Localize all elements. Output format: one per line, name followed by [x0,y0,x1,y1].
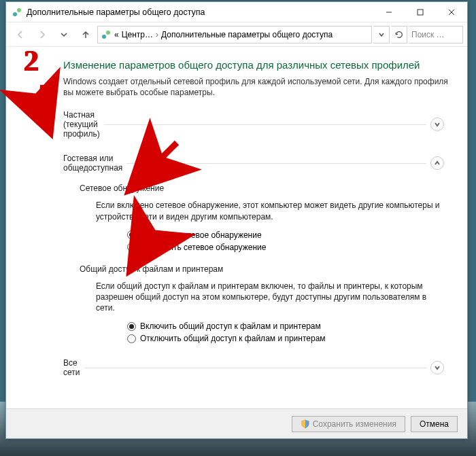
cancel-button-label: Отмена [420,419,449,429]
shield-icon [301,419,310,429]
svg-point-1 [17,8,21,12]
radio-fileshare-off[interactable]: Отключить общий доступ к файлам и принте… [127,332,448,345]
close-button[interactable] [436,2,467,22]
radio-fileshare-off-label: Отключить общий доступ к файлам и принте… [140,334,326,343]
page-heading: Изменение параметров общего доступа для … [63,59,448,71]
section-private[interactable]: Частная (текущий профиль) [63,107,444,141]
svg-point-4 [106,31,110,35]
page-subtext: Windows создает отдельный сетевой профил… [63,76,448,98]
svg-rect-2 [418,10,423,15]
radio-fileshare-on-label: Включить общий доступ к файлам и принтер… [140,321,321,331]
breadcrumb-1[interactable]: Центр… [122,30,153,39]
subsection-fileshare-title: Общий доступ к файлам и принтерам [80,253,448,274]
search-input[interactable]: Поиск … [409,26,463,43]
radio-discovery-off[interactable]: Отключить сетевое обнаружение [127,241,448,253]
svg-point-0 [13,12,17,16]
radio-icon [127,322,136,331]
radio-discovery-on[interactable]: Включить сетевое обнаружение [127,229,448,241]
address-bar[interactable]: « Центр… › Дополнительные параметры обще… [97,26,372,43]
maximize-button[interactable] [405,2,436,22]
control-panel-window: Дополнительные параметры общего доступа … [5,1,468,439]
network-icon [101,29,112,40]
nav-row: « Центр… › Дополнительные параметры обще… [6,22,467,47]
subsection-discovery-title: Сетевое обнаружение [80,175,448,193]
radio-icon [127,230,136,239]
window-title: Дополнительные параметры общего доступа [27,7,373,17]
address-dropdown[interactable] [373,26,390,43]
forward-button[interactable] [32,25,52,44]
titlebar: Дополнительные параметры общего доступа [6,2,467,22]
chevron-down-icon[interactable] [430,118,444,131]
subsection-discovery-desc: Если включено сетевое обнаружение, этот … [96,200,441,222]
radio-discovery-off-label: Отключить сетевое обнаружение [140,243,266,252]
network-icon [12,7,22,18]
chevron-down-icon[interactable] [430,361,444,374]
cancel-button[interactable]: Отмена [411,416,458,432]
chevron-left-icon: « [114,30,119,39]
radio-discovery-on-label: Включить сетевое обнаружение [140,230,262,240]
save-button[interactable]: Сохранить изменения [292,416,405,432]
radio-icon [127,334,136,343]
section-guest-label: Гостевая или общедоступная [63,154,122,173]
radio-fileshare-on[interactable]: Включить общий доступ к файлам и принтер… [127,320,448,332]
up-button[interactable] [75,25,96,44]
recent-button[interactable] [54,25,74,44]
chevron-right-icon: › [156,30,158,39]
radio-icon [127,243,136,251]
chevron-up-icon[interactable] [430,156,444,170]
annotation-number: 2 [24,46,39,76]
subsection-fileshare-desc: Если общий доступ к файлам и принтерам в… [96,281,441,314]
minimize-button[interactable] [373,2,405,22]
section-private-label: Частная (текущий профиль) [63,110,100,139]
section-all-label: Все сети [63,358,80,377]
content-area: Изменение параметров общего доступа для … [6,47,467,408]
refresh-button[interactable] [391,26,407,43]
svg-point-3 [102,35,106,39]
save-button-label: Сохранить изменения [313,419,396,429]
section-all[interactable]: Все сети [63,355,444,380]
back-button[interactable] [10,25,31,44]
footer: Сохранить изменения Отмена [6,408,467,438]
section-guest[interactable]: Гостевая или общедоступная [63,151,444,175]
breadcrumb-2[interactable]: Дополнительные параметры общего доступа [161,30,333,39]
